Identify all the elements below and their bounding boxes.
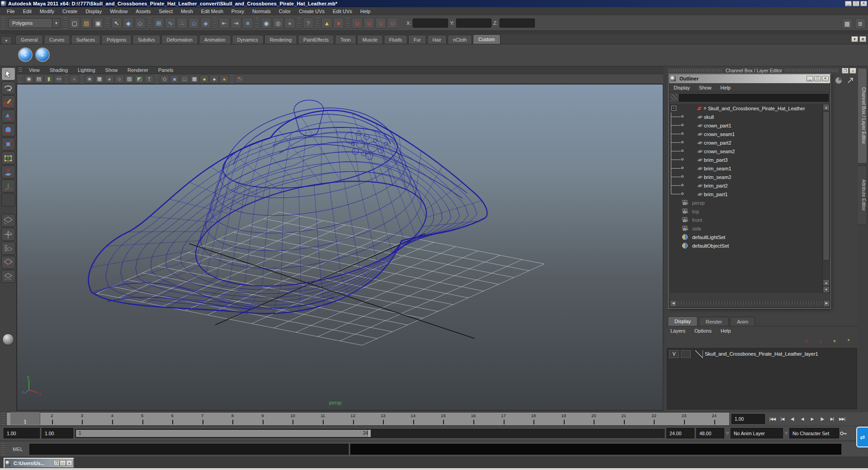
select-tool[interactable] <box>1 67 15 80</box>
outliner-item[interactable]: − brim_seam1 <box>670 164 822 173</box>
outliner-item[interactable]: − skull <box>670 113 822 121</box>
four-view-layout-button[interactable] <box>1 228 15 241</box>
layer-menu-item[interactable]: Options <box>690 328 716 334</box>
outliner-search-input[interactable] <box>679 94 829 102</box>
menu-item[interactable]: Create UVs <box>295 9 329 14</box>
menu-item[interactable]: Create <box>58 9 81 14</box>
outliner-item[interactable]: − brim_part2 <box>670 181 822 190</box>
toggle-channel-box-icon[interactable]: ▦ <box>842 18 853 29</box>
render-settings-icon[interactable]: ● <box>284 18 295 28</box>
selection-mask-dropdown[interactable]: Polygons ▼ <box>8 18 61 28</box>
timeline-frame[interactable]: 14 <box>398 413 429 425</box>
menu-item[interactable]: Color <box>275 9 295 14</box>
menu-item[interactable]: Display <box>81 9 106 14</box>
timeline-frame[interactable]: 7 <box>187 413 217 425</box>
range-slider-groove[interactable]: 1 24 <box>75 429 665 438</box>
select-hierarchy-icon[interactable]: ↖ <box>111 18 122 28</box>
create-empty-layer-icon[interactable]: + <box>829 336 840 345</box>
timeline-frame[interactable]: 2 <box>37 413 67 425</box>
mel-command-input[interactable] <box>29 444 349 455</box>
snap-magnet-2-icon[interactable]: ∪ <box>363 18 374 28</box>
timeline-frame[interactable]: 17 <box>488 413 519 425</box>
timeline-frame[interactable]: 19 <box>548 413 579 425</box>
shelf-tab[interactable]: Fur <box>408 35 426 44</box>
light-selected-icon[interactable]: ● <box>220 75 229 83</box>
outliner-item[interactable]: − defaultObjectSet <box>670 241 822 250</box>
shelf-tab[interactable]: Hair <box>427 35 447 44</box>
snap-magnet-1-icon[interactable]: ∪ <box>352 18 363 28</box>
separator[interactable] <box>255 18 259 28</box>
scroll-right-icon[interactable]: ▶ <box>823 300 830 307</box>
taskitem-restore-button[interactable]: ❐ <box>53 460 60 466</box>
step-back-frame-button[interactable]: |◀ <box>778 414 787 424</box>
teamviewer-panel-icon[interactable]: ⇄ <box>856 427 868 447</box>
default-material-icon[interactable]: ◇ <box>160 75 169 83</box>
outliner-close-button[interactable]: × <box>822 76 829 81</box>
viewport-canvas[interactable]: y x z persp <box>17 84 663 410</box>
outliner-menu-item[interactable]: Help <box>716 85 736 90</box>
outliner-item[interactable]: − crown_seam1 <box>670 130 822 138</box>
scroll-up-icon[interactable]: ▲ <box>823 104 830 111</box>
y-input[interactable] <box>456 19 491 28</box>
vertex-color-icon[interactable]: ◩ <box>135 75 144 83</box>
outliner-menu-item[interactable]: Show <box>694 85 716 90</box>
close-button[interactable]: × <box>860 1 867 6</box>
shelf-tab[interactable]: Polygons <box>101 35 132 44</box>
timeline-frame[interactable]: 10 <box>278 413 308 425</box>
textured-cube-icon[interactable]: □ <box>180 75 189 83</box>
timeline-frame[interactable]: 21 <box>609 413 639 425</box>
scroll-left-icon[interactable]: ◀ <box>670 300 677 307</box>
outliner-item[interactable]: − brim_seam2 <box>670 173 822 181</box>
shelf-tab[interactable]: Custom <box>473 34 500 44</box>
grip-handle[interactable] <box>19 76 22 82</box>
grip-handle[interactable] <box>64 17 67 29</box>
outliner-title-bar[interactable]: Outliner _ □ × <box>669 74 830 83</box>
timeline-frame[interactable]: 22 <box>639 413 669 425</box>
animation-end-field[interactable]: 48.00 <box>696 428 724 438</box>
layer-visibility-toggle[interactable]: V <box>669 350 679 358</box>
command-line-label[interactable]: MEL <box>13 446 23 452</box>
speed-pie-icon[interactable] <box>835 76 843 85</box>
timeline-frame[interactable]: 24 <box>699 413 729 425</box>
outliner-vertical-scrollbar[interactable]: ▲ ▲▼ <box>822 104 829 293</box>
layer-menu-item[interactable]: Layers <box>666 328 690 334</box>
scroll-up-icon[interactable]: ▲ <box>823 279 830 286</box>
construction-history-icon[interactable]: ≡ <box>242 18 253 28</box>
outliner-maximize-button[interactable]: □ <box>814 76 821 81</box>
new-scene-icon[interactable]: ▢ <box>69 18 80 28</box>
tab-channel-box-layer-editor[interactable]: Channel Box / Layer Editor <box>858 68 867 164</box>
show-manipulator-tool[interactable] <box>1 179 15 193</box>
close-panel-button[interactable]: × <box>849 68 856 74</box>
wireframe-mode-icon[interactable]: ◈ <box>85 75 94 83</box>
anim-key-lock-icon[interactable]: ▲ <box>321 18 332 28</box>
menu-item[interactable]: Mesh <box>177 9 197 14</box>
grip-handle[interactable] <box>1 413 5 425</box>
layer-color-swatch[interactable] <box>695 350 703 358</box>
checker-icon[interactable]: ▩ <box>190 75 199 83</box>
outliner-item[interactable]: − front <box>670 216 822 224</box>
separator[interactable] <box>297 18 301 28</box>
panel-menu-item[interactable]: Show <box>100 67 123 73</box>
hypergraph-arrow-icon[interactable] <box>846 76 854 85</box>
menu-item[interactable]: File <box>3 9 19 14</box>
play-forwards-button[interactable]: ▶ <box>807 414 817 424</box>
separator[interactable] <box>106 18 109 28</box>
timeline-frame[interactable]: 16 <box>458 413 489 425</box>
outliner-item[interactable]: − brim_part3 <box>670 155 822 164</box>
menu-item[interactable]: Assets <box>132 9 155 14</box>
highlight-mode-icon[interactable]: ○ <box>115 75 124 83</box>
snap-curve-icon[interactable]: ∿ <box>165 18 176 28</box>
current-frame-field[interactable]: 1.00 <box>731 414 765 424</box>
command-feedback-field[interactable] <box>350 444 841 455</box>
layer-row[interactable]: V Skull_and_Crossbones_Pirate_Hat_Leathe… <box>667 348 857 359</box>
separator[interactable] <box>80 75 83 83</box>
shelf-item-smooth-1[interactable]: ⌄ <box>18 47 33 62</box>
animation-start-field[interactable]: 1.00 <box>4 428 40 438</box>
scroll-down-icon[interactable]: ▼ <box>823 286 830 293</box>
layer-editor-tab[interactable]: Anim <box>730 317 755 326</box>
character-set-field[interactable]: No Character Set <box>789 428 839 438</box>
bookmark-icon[interactable]: ▮ <box>44 75 53 83</box>
range-handle[interactable] <box>368 430 371 437</box>
shelf-tab[interactable]: Curves <box>44 35 70 44</box>
lasso-tool[interactable] <box>1 81 15 94</box>
